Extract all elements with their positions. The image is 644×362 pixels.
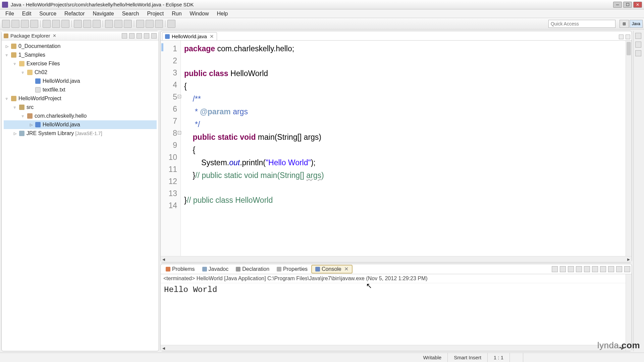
close-console-button[interactable]: ✕ bbox=[344, 266, 348, 272]
tab-declaration[interactable]: Declaration bbox=[232, 265, 273, 274]
minimize-editor-button[interactable] bbox=[619, 35, 624, 39]
console-hscroll[interactable]: ◂ ▸ bbox=[161, 345, 626, 351]
line-gutter[interactable]: 12345−678−91011121314 bbox=[161, 41, 181, 256]
editor-hscroll[interactable]: ◂ ▸ bbox=[161, 256, 632, 262]
twisty-icon[interactable]: ▷ bbox=[30, 123, 35, 127]
tree-node[interactable]: ▿src bbox=[4, 103, 157, 112]
display-console-button[interactable] bbox=[600, 266, 606, 272]
annotation-button[interactable] bbox=[124, 20, 132, 28]
quick-access-input[interactable] bbox=[548, 20, 615, 28]
search-button[interactable] bbox=[105, 20, 113, 28]
twisty-icon[interactable]: ▿ bbox=[14, 105, 18, 110]
menu-file[interactable]: File bbox=[1, 10, 18, 18]
forward-button[interactable] bbox=[155, 20, 163, 28]
toggle-mark-button[interactable] bbox=[114, 20, 122, 28]
tree-node[interactable]: ▷HelloWorld.java bbox=[4, 120, 157, 129]
remove-launch-button[interactable] bbox=[560, 266, 566, 272]
tree-node[interactable]: ▿Exercise Files bbox=[4, 59, 157, 68]
open-type-button[interactable] bbox=[93, 20, 101, 28]
menu-source[interactable]: Source bbox=[35, 10, 60, 18]
maximize-view-button[interactable] bbox=[151, 33, 157, 39]
minimize-view-button[interactable] bbox=[144, 33, 149, 39]
scroll-lock-button[interactable] bbox=[584, 266, 590, 272]
menu-run[interactable]: Run bbox=[168, 10, 185, 18]
print-button[interactable] bbox=[30, 20, 38, 28]
twisty-icon[interactable]: ▿ bbox=[22, 114, 26, 118]
java-perspective-button[interactable]: Java bbox=[630, 20, 643, 28]
menu-search[interactable]: Search bbox=[118, 10, 143, 18]
tree-node[interactable]: ▿com.charleskelly.hello bbox=[4, 112, 157, 120]
new-button[interactable] bbox=[2, 20, 10, 28]
fold-toggle[interactable]: − bbox=[178, 131, 181, 134]
tab-console[interactable]: Console✕ bbox=[311, 265, 353, 274]
debug-button[interactable] bbox=[43, 20, 51, 28]
twisty-icon[interactable]: ▿ bbox=[22, 70, 26, 75]
minimize-panel-button[interactable] bbox=[616, 266, 622, 272]
twisty-icon[interactable]: ▿ bbox=[14, 62, 18, 66]
menu-refactor[interactable]: Refactor bbox=[60, 10, 89, 18]
menu-edit[interactable]: Edit bbox=[18, 10, 36, 18]
save-button[interactable] bbox=[11, 20, 19, 28]
line-number[interactable]: 10 bbox=[162, 151, 177, 163]
tree-node[interactable]: ▿HelloWorldProject bbox=[4, 94, 157, 103]
close-button[interactable]: ✕ bbox=[633, 2, 642, 8]
clear-console-button[interactable] bbox=[576, 266, 582, 272]
scroll-left-icon[interactable]: ◂ bbox=[161, 256, 167, 262]
line-number[interactable]: 7 bbox=[162, 115, 177, 127]
maximize-button[interactable]: ☐ bbox=[623, 2, 632, 8]
twisty-icon[interactable]: ▷ bbox=[14, 131, 18, 136]
menu-help[interactable]: Help bbox=[213, 10, 232, 18]
coverage-button[interactable] bbox=[61, 20, 69, 28]
menu-project[interactable]: Project bbox=[143, 10, 168, 18]
minimize-button[interactable]: ─ bbox=[613, 2, 622, 8]
line-number[interactable]: 11 bbox=[162, 163, 177, 175]
code-editor[interactable]: package com.charleskelly.hello; public c… bbox=[181, 41, 626, 256]
line-number[interactable]: 3 bbox=[162, 67, 177, 79]
tree-node[interactable]: HelloWorld.java bbox=[4, 77, 157, 85]
scroll-left-icon[interactable]: ◂ bbox=[161, 345, 167, 351]
tree-node[interactable]: ▿Ch02 bbox=[4, 68, 157, 77]
new-class-button[interactable] bbox=[83, 20, 91, 28]
restore-button[interactable] bbox=[635, 33, 641, 39]
pin-console-button[interactable] bbox=[592, 266, 598, 272]
editor-vscroll[interactable] bbox=[626, 41, 632, 256]
line-number[interactable]: 9 bbox=[162, 139, 177, 151]
tab-properties[interactable]: Properties bbox=[273, 265, 311, 274]
tree-node[interactable]: ▿1_Samples bbox=[4, 51, 157, 59]
run-button[interactable] bbox=[52, 20, 60, 28]
console-output[interactable]: Hello World bbox=[161, 283, 626, 345]
outline-view-button[interactable] bbox=[635, 42, 641, 48]
tab-javadoc[interactable]: Javadoc bbox=[199, 265, 232, 274]
scroll-right-icon[interactable]: ▸ bbox=[620, 345, 626, 351]
tree-node[interactable]: textfile.txt bbox=[4, 85, 157, 94]
twisty-icon[interactable]: ▿ bbox=[6, 53, 10, 57]
new-package-button[interactable] bbox=[74, 20, 82, 28]
remove-all-button[interactable] bbox=[568, 266, 574, 272]
open-console-button[interactable] bbox=[608, 266, 614, 272]
last-edit-button[interactable] bbox=[136, 20, 144, 28]
link-editor-button[interactable] bbox=[129, 33, 135, 39]
twisty-icon[interactable]: ▿ bbox=[6, 97, 10, 101]
view-menu-button[interactable] bbox=[137, 33, 142, 39]
collapse-all-button[interactable] bbox=[122, 33, 127, 39]
open-perspective-button[interactable]: ⊞ bbox=[620, 20, 629, 28]
line-number[interactable]: 4 bbox=[162, 79, 177, 91]
line-number[interactable]: 6 bbox=[162, 103, 177, 115]
menu-navigate[interactable]: Navigate bbox=[89, 10, 118, 18]
line-number[interactable]: 14 bbox=[162, 199, 177, 212]
back-button[interactable] bbox=[146, 20, 154, 28]
pin-button[interactable] bbox=[167, 20, 175, 28]
scroll-right-icon[interactable]: ▸ bbox=[626, 256, 632, 262]
editor-tab-helloworld[interactable]: HelloWorld.java ✕ bbox=[162, 32, 217, 40]
tree-node[interactable]: ▷JRE System Library[JavaSE-1.7] bbox=[4, 129, 157, 138]
fold-toggle[interactable]: − bbox=[178, 95, 181, 98]
project-tree[interactable]: ▷0_Documentation▿1_Samples▿Exercise File… bbox=[2, 41, 159, 351]
line-number[interactable]: 2 bbox=[162, 55, 177, 67]
scroll-thumb[interactable] bbox=[627, 42, 631, 55]
terminate-button[interactable] bbox=[552, 266, 558, 272]
maximize-panel-button[interactable] bbox=[624, 266, 630, 272]
close-tab-button[interactable]: ✕ bbox=[210, 34, 214, 40]
tree-node[interactable]: ▷0_Documentation bbox=[4, 42, 157, 51]
twisty-icon[interactable]: ▷ bbox=[6, 44, 10, 49]
line-number[interactable]: 5 bbox=[162, 91, 177, 103]
